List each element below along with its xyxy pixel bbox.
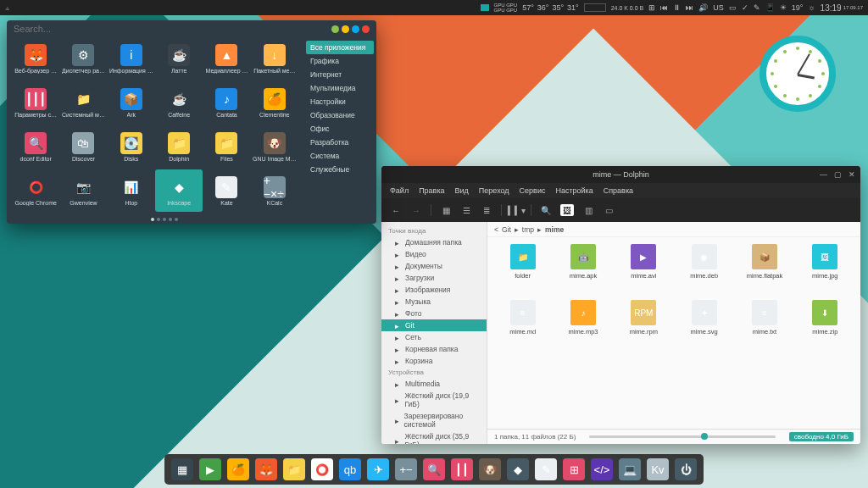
- launcher-control-icon[interactable]: [331, 25, 339, 33]
- places-item[interactable]: ▸Музыка: [381, 296, 487, 308]
- dock-item[interactable]: Kv: [647, 458, 669, 480]
- minimize-icon[interactable]: —: [820, 170, 827, 179]
- dock-item[interactable]: 📁: [283, 458, 305, 480]
- category-item[interactable]: Интернет: [306, 68, 374, 81]
- category-item[interactable]: Графика: [306, 54, 374, 68]
- category-item[interactable]: Образование: [306, 108, 374, 122]
- places-item[interactable]: ▸Фото: [381, 308, 487, 319]
- clipboard-icon[interactable]: ✎: [754, 3, 760, 12]
- media-pause-icon[interactable]: ⏸: [673, 3, 681, 12]
- menu-Файл[interactable]: Файл: [390, 186, 409, 195]
- dock-item[interactable]: ⏻: [675, 458, 697, 480]
- dock-item[interactable]: +−: [395, 458, 417, 480]
- keyboard-layout[interactable]: US: [713, 3, 724, 12]
- app-disks[interactable]: 💽Disks: [108, 125, 155, 168]
- places-item[interactable]: ▸Корневая папка: [381, 343, 487, 355]
- file-item[interactable]: 📦mime.flatpak: [736, 244, 793, 297]
- app-медиаплеер-[interactable]: ▲Медиаплеер …: [203, 37, 250, 80]
- places-item[interactable]: ▸Загрузки: [381, 272, 487, 284]
- app-htop[interactable]: 📊Htop: [108, 169, 155, 212]
- launcher-control-icon[interactable]: [352, 25, 359, 33]
- file-item[interactable]: ✦mime.svg: [676, 300, 732, 352]
- net-graph-icon[interactable]: [584, 3, 606, 12]
- app-информация-[interactable]: iИнформация …: [108, 37, 155, 80]
- file-item[interactable]: RPMmime.rpm: [615, 300, 672, 352]
- view-details-icon[interactable]: ≣: [481, 204, 492, 216]
- view-compact-icon[interactable]: ☰: [460, 204, 472, 216]
- split-icon[interactable]: ▍▍▾: [510, 204, 522, 216]
- app-пакетный-ме-[interactable]: ↓Пакетный ме…: [251, 37, 298, 80]
- terminal-icon[interactable]: ▭: [603, 204, 615, 216]
- brightness-icon[interactable]: ☼: [808, 3, 815, 12]
- app-латте[interactable]: ☕Латте: [155, 37, 203, 80]
- media-prev-icon[interactable]: ⏮: [660, 3, 668, 12]
- category-item[interactable]: Разработка: [306, 136, 374, 149]
- view-icons-icon[interactable]: ▦: [440, 204, 452, 216]
- category-item[interactable]: Мультимедиа: [306, 81, 374, 95]
- places-item[interactable]: ▸Multimedia: [381, 378, 487, 390]
- app-веб-браузер-[interactable]: 🦊Веб-браузер …: [12, 37, 59, 80]
- places-item[interactable]: ▸Домашняя папка: [381, 236, 487, 248]
- shield-icon[interactable]: ✓: [742, 3, 748, 12]
- places-item[interactable]: ▸Жёсткий диск (35,9 ГиБ): [381, 430, 487, 444]
- analog-clock[interactable]: [760, 36, 836, 112]
- app-dolphin[interactable]: 📁Dolphin: [155, 125, 203, 168]
- menu-Правка[interactable]: Правка: [419, 186, 444, 195]
- app-gnu-image-m-[interactable]: 🐶GNU Image M…: [251, 125, 298, 168]
- dock-item[interactable]: ✎: [535, 458, 557, 480]
- launcher-control-icon[interactable]: [362, 25, 370, 33]
- menu-Настройка[interactable]: Настройка: [555, 186, 593, 195]
- dock-item[interactable]: ✈: [367, 458, 389, 480]
- dock-item[interactable]: 💻: [619, 458, 641, 480]
- media-next-icon[interactable]: ⏭: [686, 3, 693, 12]
- file-item[interactable]: ♪mime.mp3: [554, 300, 611, 352]
- category-item[interactable]: Система: [306, 149, 374, 163]
- kde-logo-icon[interactable]: ⟁: [5, 3, 9, 12]
- category-item[interactable]: Офис: [306, 122, 374, 136]
- dock-item[interactable]: ▦: [171, 458, 193, 480]
- file-item[interactable]: ≡mime.md: [494, 300, 551, 352]
- dock-item[interactable]: 🦊: [255, 458, 277, 480]
- category-item[interactable]: Все приложения: [306, 41, 374, 54]
- file-item[interactable]: 🤖mime.apk: [554, 244, 611, 297]
- cpu-graph-icon[interactable]: [481, 4, 489, 11]
- app-kate[interactable]: ✎Kate: [203, 169, 250, 212]
- app-kcalc[interactable]: +−×÷KCalc: [251, 169, 298, 212]
- app-системный-м-[interactable]: 📁Системный м…: [59, 81, 107, 124]
- file-item[interactable]: 📁folder: [494, 244, 551, 297]
- file-item[interactable]: ◉mime.deb: [676, 244, 732, 297]
- window-titlebar[interactable]: mime — Dolphin — ▢ ✕: [381, 166, 860, 183]
- file-item[interactable]: ≡mime.txt: [736, 300, 793, 352]
- app-discover[interactable]: 🛍Discover: [59, 125, 107, 168]
- pager-dots[interactable]: [151, 218, 178, 221]
- phone-icon[interactable]: 📱: [765, 3, 775, 12]
- menu-Переход[interactable]: Переход: [479, 186, 509, 195]
- maximize-icon[interactable]: ▢: [834, 170, 842, 179]
- app-inkscape[interactable]: ◆Inkscape: [155, 169, 203, 212]
- app-cantata[interactable]: ♪Cantata: [203, 81, 250, 124]
- places-item[interactable]: ▸Корзина: [381, 355, 487, 367]
- weather-icon[interactable]: ☀: [780, 3, 787, 12]
- search-icon[interactable]: 🔍: [540, 204, 552, 216]
- dock-item[interactable]: 🔍: [423, 458, 445, 480]
- dock-item[interactable]: 🍊: [227, 458, 249, 480]
- dock-item[interactable]: ┃┃: [451, 458, 473, 480]
- app-clementine[interactable]: 🍊Clementine: [251, 81, 298, 124]
- dock-item[interactable]: ⭕: [311, 458, 333, 480]
- dock-item[interactable]: ◆: [507, 458, 529, 480]
- places-item[interactable]: ▸Зарезервировано системой: [381, 410, 487, 430]
- clock-time[interactable]: 13:19 17.09.17: [821, 3, 863, 13]
- category-item[interactable]: Служебные: [306, 163, 374, 176]
- app-gwenview[interactable]: 📷Gwenview: [59, 169, 107, 212]
- search-input[interactable]: [14, 24, 331, 34]
- places-item[interactable]: ▸Изображения: [381, 284, 487, 296]
- file-item[interactable]: ⬇mime.zip: [797, 300, 854, 352]
- dock-item[interactable]: qb: [339, 458, 361, 480]
- columns-icon[interactable]: ▥: [582, 204, 594, 216]
- file-item[interactable]: 🖼mime.jpg: [797, 244, 854, 297]
- dock-item[interactable]: ⊞: [563, 458, 585, 480]
- places-item[interactable]: ▸Сеть: [381, 331, 487, 343]
- dock-item[interactable]: </>: [591, 458, 613, 480]
- app-диспетчер-ра-[interactable]: ⚙Диспетчер ра…: [59, 37, 107, 80]
- app-caffeine[interactable]: ☕Caffeine: [155, 81, 203, 124]
